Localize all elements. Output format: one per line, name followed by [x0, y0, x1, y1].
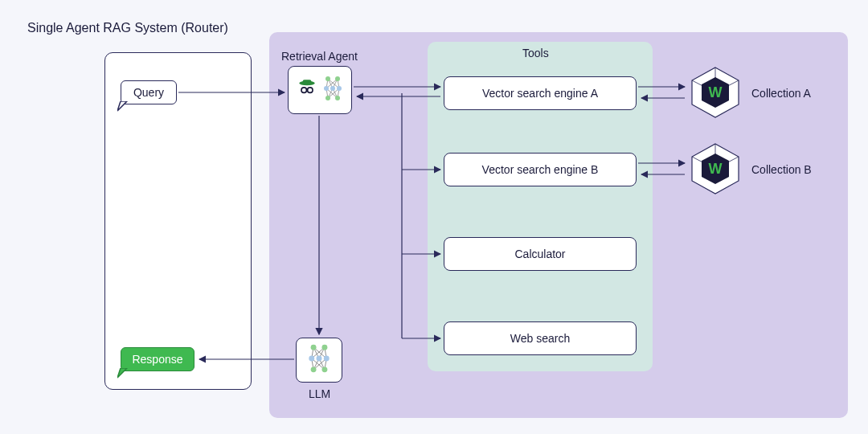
network-icon — [322, 76, 343, 104]
retrieval-agent-label: Retrieval Agent — [281, 50, 358, 63]
svg-point-37 — [321, 345, 327, 350]
tools-label: Tools — [522, 47, 549, 59]
query-tail-icon — [117, 101, 130, 113]
llm-box — [296, 338, 342, 383]
network-icon — [307, 343, 331, 377]
response-chip: Response — [121, 347, 194, 371]
response-tail-icon — [117, 368, 130, 379]
svg-point-38 — [309, 356, 314, 362]
diagram-title: Single Agent RAG System (Router) — [27, 21, 228, 35]
tool-calculator-label: Calculator — [514, 248, 565, 260]
svg-point-20 — [330, 86, 335, 91]
svg-text:W: W — [709, 161, 723, 177]
tool-web-label: Web search — [510, 332, 570, 345]
svg-point-18 — [335, 76, 340, 81]
spy-icon — [297, 78, 317, 102]
svg-point-39 — [317, 356, 322, 362]
query-label: Query — [133, 86, 164, 99]
svg-point-17 — [326, 76, 330, 81]
llm-label: LLM — [309, 387, 330, 400]
svg-point-19 — [324, 86, 329, 91]
svg-point-23 — [335, 96, 340, 100]
svg-point-40 — [324, 356, 330, 362]
hexagon-db-icon: W — [687, 64, 743, 121]
tool-vector-b: Vector search engine B — [444, 153, 637, 186]
hexagon-db-icon: W — [687, 141, 743, 197]
tool-web: Web search — [444, 321, 637, 355]
svg-point-41 — [311, 366, 317, 372]
tool-vector-b-label: Vector search engine B — [482, 163, 599, 176]
svg-point-22 — [326, 96, 330, 100]
svg-point-2 — [301, 88, 307, 93]
response-label: Response — [132, 353, 182, 366]
tool-vector-a-label: Vector search engine A — [482, 87, 598, 100]
svg-rect-1 — [303, 80, 312, 84]
tool-calculator: Calculator — [444, 237, 637, 271]
svg-text:W: W — [709, 84, 723, 100]
tool-vector-a: Vector search engine A — [444, 76, 637, 110]
collection-a-label: Collection A — [751, 87, 811, 100]
svg-point-21 — [337, 86, 342, 91]
svg-point-36 — [311, 345, 317, 350]
svg-point-3 — [308, 88, 313, 93]
svg-point-42 — [321, 366, 327, 372]
collection-b-label: Collection B — [751, 163, 812, 176]
retrieval-agent-box — [288, 66, 352, 114]
